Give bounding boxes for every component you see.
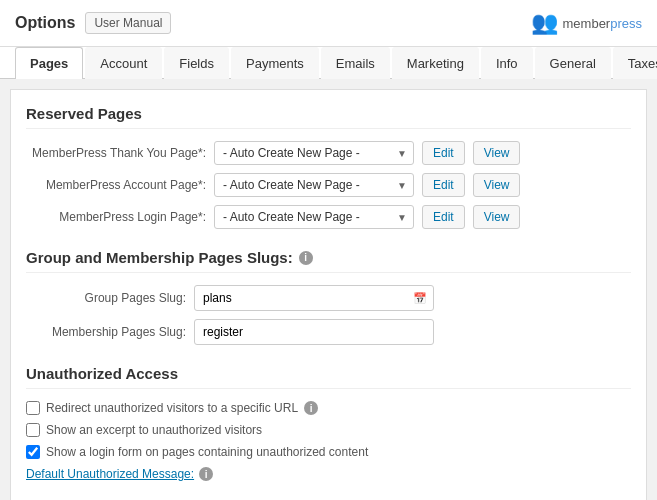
login-form-label: Show a login form on pages containing un… [46,445,368,459]
reserved-select-wrap-account: - Auto Create New Page - Create New Page… [214,173,414,197]
header: Options User Manual 👥 memberpress [0,0,657,47]
slug-row-group: Group Pages Slug: 📅 [26,285,631,311]
slugs-title-text: Group and Membership Pages Slugs: [26,249,293,266]
tab-account[interactable]: Account [85,47,162,79]
reserved-label-login: MemberPress Login Page*: [26,210,206,224]
reserved-pages-section: Reserved Pages MemberPress Thank You Pag… [26,105,631,229]
page-wrapper: Options User Manual 👥 memberpress Pages … [0,0,657,500]
default-unauthorized-link[interactable]: Default Unauthorized Message: [26,467,194,481]
reserved-select-wrap-login: - Auto Create New Page - Create New Page… [214,205,414,229]
view-button-login[interactable]: View [473,205,521,229]
reserved-select-login[interactable]: - Auto Create New Page - Create New Page [214,205,414,229]
logo-text: memberpress [563,16,642,31]
slug-label-membership: Membership Pages Slug: [26,325,186,339]
logo: 👥 memberpress [531,10,642,36]
tab-taxes[interactable]: Taxes [613,47,657,79]
checkbox-row-redirect: Redirect unauthorized visitors to a spec… [26,401,631,415]
reserved-select-thankyou[interactable]: - Auto Create New Page - Create New Page [214,141,414,165]
tab-payments[interactable]: Payments [231,47,319,79]
reserved-select-account[interactable]: - Auto Create New Page - Create New Page [214,173,414,197]
tab-fields[interactable]: Fields [164,47,229,79]
tabs-bar: Pages Account Fields Payments Emails Mar… [0,47,657,79]
slug-input-wrap-membership [194,319,434,345]
tab-info[interactable]: Info [481,47,533,79]
reserved-select-wrap-thankyou: - Auto Create New Page - Create New Page… [214,141,414,165]
slugs-title: Group and Membership Pages Slugs: i [26,249,631,273]
view-button-account[interactable]: View [473,173,521,197]
logo-icon: 👥 [531,10,558,36]
membership-pages-slug-input[interactable] [194,319,434,345]
login-form-checkbox[interactable] [26,445,40,459]
redirect-checkbox[interactable] [26,401,40,415]
slug-input-wrap-group: 📅 [194,285,434,311]
reserved-label-account: MemberPress Account Page*: [26,178,206,192]
reserved-label-thankyou: MemberPress Thank You Page*: [26,146,206,160]
page-title: Options [15,14,75,32]
slug-label-group: Group Pages Slug: [26,291,186,305]
calendar-icon: 📅 [413,292,427,305]
unauthorized-access-title: Unauthorized Access [26,365,631,389]
edit-button-login[interactable]: Edit [422,205,465,229]
checkbox-row-login-form: Show a login form on pages containing un… [26,445,631,459]
main-content: Reserved Pages MemberPress Thank You Pag… [10,89,647,500]
tab-pages[interactable]: Pages [15,47,83,79]
header-left: Options User Manual [15,12,171,34]
logo-member: member [563,16,611,31]
excerpt-checkbox[interactable] [26,423,40,437]
excerpt-label: Show an excerpt to unauthorized visitors [46,423,262,437]
reserved-row-account: MemberPress Account Page*: - Auto Create… [26,173,631,197]
tab-general[interactable]: General [535,47,611,79]
view-button-thankyou[interactable]: View [473,141,521,165]
checkbox-row-excerpt: Show an excerpt to unauthorized visitors [26,423,631,437]
info-icon-redirect[interactable]: i [304,401,318,415]
group-pages-slug-input[interactable] [194,285,434,311]
reserved-row-thankyou: MemberPress Thank You Page*: - Auto Crea… [26,141,631,165]
tab-emails[interactable]: Emails [321,47,390,79]
unauthorized-access-section: Unauthorized Access Redirect unauthorize… [26,365,631,481]
edit-button-account[interactable]: Edit [422,173,465,197]
default-unauthorized-row: Default Unauthorized Message: i [26,467,631,481]
reserved-row-login: MemberPress Login Page*: - Auto Create N… [26,205,631,229]
redirect-label: Redirect unauthorized visitors to a spec… [46,401,298,415]
info-icon-slugs[interactable]: i [299,251,313,265]
edit-button-thankyou[interactable]: Edit [422,141,465,165]
logo-press: press [610,16,642,31]
slug-row-membership: Membership Pages Slug: [26,319,631,345]
info-icon-unauth-msg[interactable]: i [199,467,213,481]
tab-marketing[interactable]: Marketing [392,47,479,79]
reserved-pages-title: Reserved Pages [26,105,631,129]
slugs-section: Group and Membership Pages Slugs: i Grou… [26,249,631,345]
user-manual-button[interactable]: User Manual [85,12,171,34]
